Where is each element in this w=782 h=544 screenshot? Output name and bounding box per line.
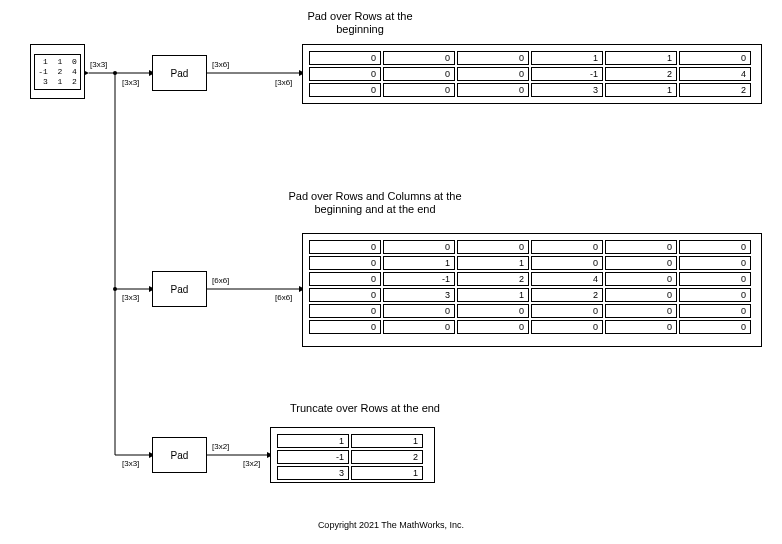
signal-dim-label: [3x2] [243, 459, 260, 468]
signal-dim-label: [3x6] [212, 60, 229, 69]
table-cell: -1 [383, 272, 455, 286]
table-row: 000312 [309, 83, 751, 97]
display-block-1[interactable]: 000110000-124000312 [302, 44, 762, 104]
table-cell: 0 [309, 304, 381, 318]
signal-dim-label: [6x6] [212, 276, 229, 285]
table-row: 11 [277, 434, 423, 448]
table-cell: 0 [605, 320, 677, 334]
table-cell: 1 [605, 51, 677, 65]
signal-dim-label: [3x3] [122, 78, 139, 87]
table-cell: 0 [531, 320, 603, 334]
svg-point-6 [113, 287, 117, 291]
table-cell: 0 [309, 67, 381, 81]
table-row: 000-124 [309, 67, 751, 81]
pad-block-label: Pad [171, 68, 189, 79]
display-table: 11-1231 [275, 432, 425, 482]
table-cell: 0 [605, 256, 677, 270]
display-block-2[interactable]: 0000000110000-12400031200000000000000 [302, 233, 762, 347]
pad-block-label: Pad [171, 450, 189, 461]
table-cell: 0 [679, 288, 751, 302]
table-cell: -1 [277, 450, 349, 464]
table-cell: 3 [277, 466, 349, 480]
table-cell: 0 [605, 304, 677, 318]
table-cell: 1 [605, 83, 677, 97]
table-cell: 0 [383, 51, 455, 65]
signal-dim-label: [3x2] [212, 442, 229, 451]
table-cell: 0 [383, 83, 455, 97]
display-block-3[interactable]: 11-1231 [270, 427, 435, 483]
table-cell: 0 [679, 51, 751, 65]
table-cell: 1 [457, 288, 529, 302]
svg-marker-0 [85, 71, 89, 75]
table-row: 000110 [309, 51, 751, 65]
pad-block-label: Pad [171, 284, 189, 295]
constant-source-block[interactable]: 1 1 0 -1 2 4 3 1 2 [30, 44, 85, 99]
table-cell: 0 [383, 304, 455, 318]
table-cell: 0 [457, 83, 529, 97]
table-cell: 2 [679, 83, 751, 97]
table-cell: 1 [351, 466, 423, 480]
table-row: 000000 [309, 304, 751, 318]
table-cell: 0 [383, 320, 455, 334]
table-cell: 0 [679, 240, 751, 254]
table-cell: 0 [679, 256, 751, 270]
table-cell: 0 [605, 288, 677, 302]
table-cell: 2 [457, 272, 529, 286]
section-title-1: Pad over Rows at thebeginning [260, 10, 460, 36]
table-cell: 0 [457, 320, 529, 334]
table-cell: 1 [457, 256, 529, 270]
table-row: 0-12400 [309, 272, 751, 286]
table-cell: 0 [383, 240, 455, 254]
table-row: 000000 [309, 320, 751, 334]
table-row: 011000 [309, 256, 751, 270]
pad-block-1[interactable]: Pad [152, 55, 207, 91]
table-cell: 0 [309, 240, 381, 254]
signal-dim-label: [6x6] [275, 293, 292, 302]
table-cell: 0 [679, 272, 751, 286]
signal-dim-label: [3x3] [122, 293, 139, 302]
table-cell: 0 [605, 240, 677, 254]
table-cell: 3 [531, 83, 603, 97]
table-cell: 0 [309, 256, 381, 270]
table-cell: 0 [457, 67, 529, 81]
table-cell: 0 [309, 83, 381, 97]
table-cell: 1 [383, 256, 455, 270]
table-cell: 0 [383, 67, 455, 81]
table-row: 031200 [309, 288, 751, 302]
table-row: -12 [277, 450, 423, 464]
pad-block-2[interactable]: Pad [152, 271, 207, 307]
table-cell: 0 [309, 288, 381, 302]
table-cell: 0 [457, 51, 529, 65]
table-cell: 0 [531, 240, 603, 254]
signal-dim-label: [3x3] [122, 459, 139, 468]
table-cell: 4 [531, 272, 603, 286]
table-cell: 0 [531, 304, 603, 318]
table-cell: 1 [351, 434, 423, 448]
table-cell: 0 [531, 256, 603, 270]
copyright-footer: Copyright 2021 The MathWorks, Inc. [0, 520, 782, 530]
table-cell: 0 [309, 51, 381, 65]
table-cell: 0 [309, 320, 381, 334]
table-cell: 4 [679, 67, 751, 81]
table-row: 000000 [309, 240, 751, 254]
section-title-2: Pad over Rows and Columns at thebeginnin… [260, 190, 490, 216]
display-table: 000110000-124000312 [307, 49, 753, 99]
display-table: 0000000110000-12400031200000000000000 [307, 238, 753, 336]
table-cell: 0 [605, 272, 677, 286]
table-cell: 0 [679, 320, 751, 334]
table-cell: 1 [277, 434, 349, 448]
table-cell: 0 [679, 304, 751, 318]
table-cell: 2 [531, 288, 603, 302]
table-cell: 0 [457, 304, 529, 318]
section-title-3: Truncate over Rows at the end [260, 402, 470, 415]
table-row: 31 [277, 466, 423, 480]
table-cell: 0 [309, 272, 381, 286]
signal-dim-label: [3x3] [90, 60, 107, 69]
table-cell: 2 [605, 67, 677, 81]
table-cell: 2 [351, 450, 423, 464]
table-cell: 1 [531, 51, 603, 65]
svg-point-3 [113, 71, 117, 75]
table-cell: 3 [383, 288, 455, 302]
pad-block-3[interactable]: Pad [152, 437, 207, 473]
table-cell: -1 [531, 67, 603, 81]
